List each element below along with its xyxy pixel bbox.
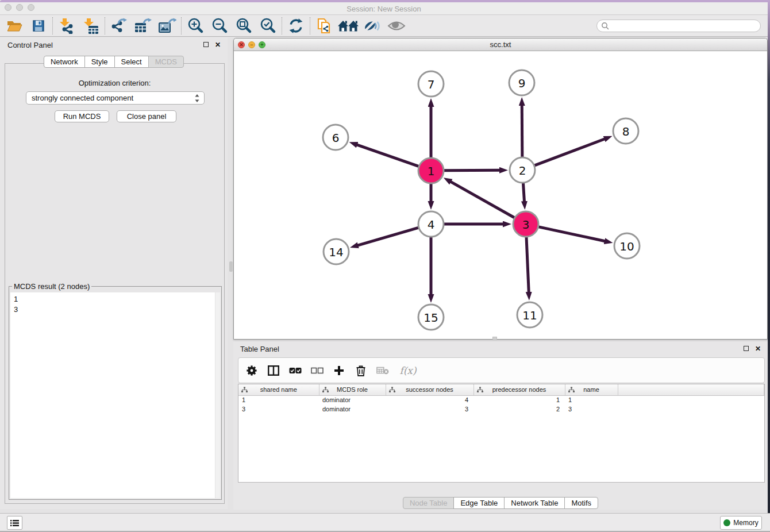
import-network-icon[interactable] (55, 16, 79, 36)
close-panel-button[interactable]: Close panel (117, 110, 176, 122)
splitter-grip-vertical[interactable] (229, 261, 233, 272)
tab-select[interactable]: Select (114, 56, 149, 68)
edge-2-3[interactable] (523, 183, 524, 202)
edge-1-6[interactable] (357, 145, 418, 167)
export-network-icon[interactable] (107, 16, 131, 36)
add-row-icon[interactable] (333, 364, 345, 377)
deselect-all-icon[interactable] (311, 364, 324, 377)
mcds-result-values: 1 3 (10, 292, 220, 317)
tab-style[interactable]: Style (84, 56, 115, 68)
mcds-result-title: MCDS result (2 nodes) (12, 282, 91, 291)
window-title: Session: New Session (0, 5, 768, 13)
zoom-selected-icon[interactable] (256, 16, 280, 36)
edge-3-11[interactable] (526, 237, 529, 292)
close-panel-icon[interactable]: ✕ (215, 41, 221, 48)
edge-2-9[interactable] (522, 105, 522, 157)
refresh-view-icon[interactable] (284, 16, 308, 36)
import-table-icon[interactable] (79, 16, 103, 36)
home-view-icon[interactable] (336, 16, 360, 36)
mcds-result-textarea[interactable]: 1 3 (10, 292, 220, 498)
cell[interactable]: 1 (565, 395, 618, 404)
edge-1-2[interactable] (444, 170, 500, 171)
tab-motifs[interactable]: Motifs (564, 497, 598, 509)
optimization-criterion-select[interactable]: strongly connected component (26, 91, 205, 105)
node-label-2: 2 (519, 164, 526, 178)
network-canvas[interactable]: 7968124314101511 (234, 51, 767, 339)
cell[interactable]: dominator (319, 395, 386, 404)
dropdown-stepper-icon (195, 94, 199, 102)
toolbar-separator (105, 17, 105, 34)
select-all-icon[interactable] (289, 364, 302, 377)
copy-share-icon[interactable] (312, 16, 336, 36)
edge-4-14[interactable] (357, 228, 418, 245)
zoom-in-icon[interactable] (183, 16, 207, 36)
task-history-button[interactable] (7, 516, 22, 530)
table-panel-tabs: Node TableEdge TableNetwork TableMotifs (233, 497, 768, 509)
column-header-name[interactable]: name (565, 384, 618, 395)
column-header-MCDS-role[interactable]: MCDS role (319, 384, 386, 395)
tab-network-table[interactable]: Network Table (504, 497, 565, 509)
zoom-fit-icon[interactable] (232, 16, 256, 36)
delete-table-icon[interactable] (376, 364, 389, 377)
network-view-window: ✕ − + scc.txt 7968124314101511 (233, 38, 768, 340)
edge-2-8[interactable] (535, 139, 605, 165)
run-mcds-button[interactable]: Run MCDS (55, 110, 109, 122)
node-label-11: 11 (522, 309, 537, 322)
table-panel-title: Table Panel (240, 345, 279, 353)
node-label-14: 14 (329, 245, 343, 259)
close-table-panel-icon[interactable]: ✕ (755, 345, 761, 352)
table-panel: Table Panel ✕ (233, 342, 768, 510)
cell[interactable]: 3 (238, 404, 319, 414)
cell[interactable]: 3 (565, 404, 618, 414)
tab-node-table[interactable]: Node Table (403, 497, 455, 509)
delete-row-icon[interactable] (355, 364, 367, 377)
memory-status-icon (723, 519, 730, 526)
node-table: shared nameMCDS rolesuccessor nodesprede… (238, 384, 765, 483)
optimization-criterion-label: Optimization criterion: (5, 79, 224, 87)
result-scrollbar[interactable] (215, 292, 220, 498)
export-table-icon[interactable] (131, 16, 155, 36)
node-label-3: 3 (522, 218, 530, 232)
float-panel-icon[interactable] (203, 42, 209, 47)
show-columns-icon[interactable] (267, 364, 280, 377)
cell[interactable]: 1 (238, 395, 319, 404)
column-header-successor-nodes[interactable]: successor nodes (386, 384, 473, 395)
splitter-grip-horizontal[interactable] (492, 337, 497, 340)
table-row[interactable]: 1dominator411 (238, 395, 764, 404)
network-window-title: scc.txt (234, 40, 767, 49)
function-builder-icon[interactable]: f(x) (398, 364, 418, 377)
float-table-panel-icon[interactable] (744, 346, 749, 351)
cell[interactable]: 2 (473, 404, 565, 414)
node-label-1: 1 (428, 164, 435, 178)
control-panel-title: Control Panel (7, 41, 53, 49)
hide-details-icon[interactable] (360, 16, 384, 36)
zoom-out-icon[interactable] (207, 16, 232, 36)
column-header-shared-name[interactable]: shared name (238, 384, 319, 395)
tab-network[interactable]: Network (44, 56, 85, 68)
toolbar-separator (282, 17, 282, 34)
cell[interactable]: 4 (386, 395, 473, 404)
cell[interactable]: 3 (386, 404, 473, 414)
table-row[interactable]: 3dominator323 (238, 404, 764, 414)
window-titlebar: Session: New Session (0, 2, 768, 15)
open-session-icon[interactable] (2, 16, 26, 36)
node-label-6: 6 (332, 131, 340, 145)
tab-edge-table[interactable]: Edge Table (453, 497, 505, 509)
settings-gear-icon[interactable] (245, 364, 258, 377)
export-image-icon[interactable] (155, 16, 179, 36)
control-panel-tabs: NetworkStyleSelectMCDS (0, 56, 228, 68)
node-label-9: 9 (518, 76, 526, 90)
edge-3-1[interactable] (451, 182, 514, 218)
edge-3-10[interactable] (538, 227, 605, 241)
control-panel: Control Panel ✕ NetworkStyleSelectMCDS O… (0, 38, 228, 509)
cell[interactable]: dominator (319, 404, 386, 414)
search-input[interactable] (596, 20, 761, 32)
node-label-8: 8 (622, 125, 630, 138)
tab-mcds[interactable]: MCDS (148, 56, 184, 68)
save-session-icon[interactable] (26, 16, 51, 36)
column-header-predecessor-nodes[interactable]: predecessor nodes (473, 384, 565, 395)
memory-button[interactable]: Memory (720, 516, 762, 530)
search-icon (601, 22, 609, 30)
cell[interactable]: 1 (473, 395, 565, 404)
birds-eye-view-icon[interactable] (384, 16, 409, 36)
